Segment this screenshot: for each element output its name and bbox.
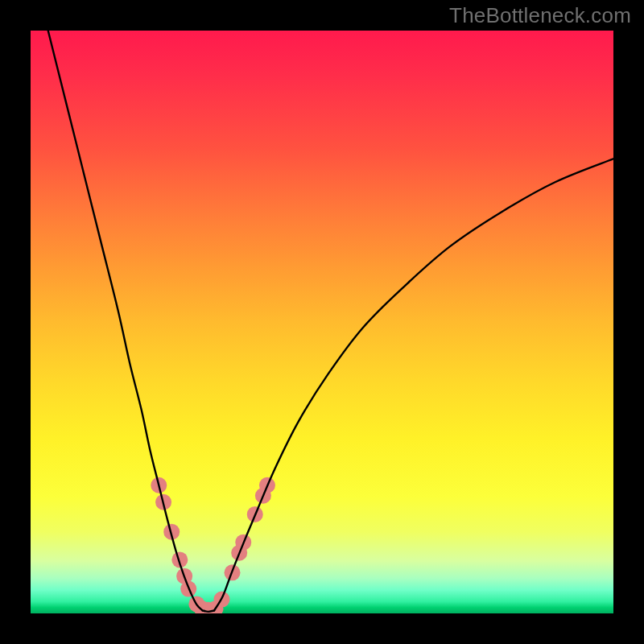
left-curve bbox=[48, 31, 203, 610]
curve-layer bbox=[31, 31, 613, 613]
marker-dots bbox=[151, 477, 275, 613]
chart-frame: TheBottleneck.com bbox=[0, 0, 644, 644]
watermark-text: TheBottleneck.com bbox=[449, 3, 631, 28]
plot-area bbox=[31, 31, 613, 613]
right-curve bbox=[214, 159, 613, 610]
